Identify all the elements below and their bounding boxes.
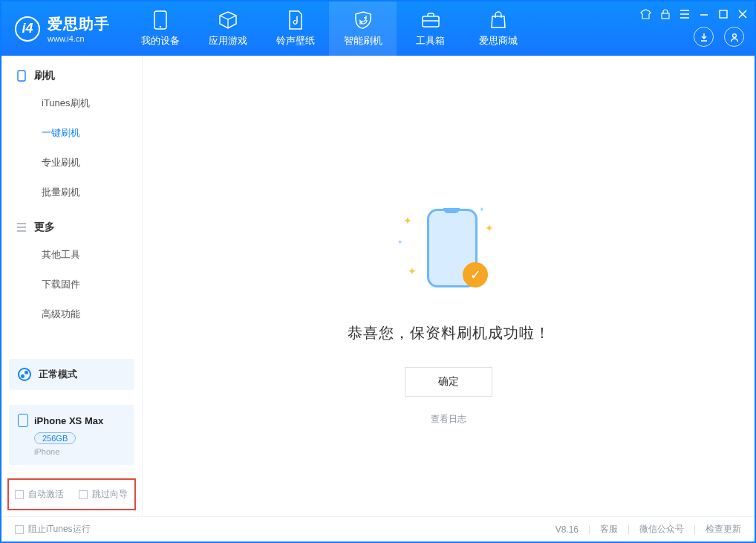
svg-rect-2 [423,16,439,27]
sparkle-icon: ✦ [403,215,412,227]
phone-icon [150,10,171,30]
sidebar-item-batch-flash[interactable]: 批量刷机 [1,178,142,207]
lock-icon[interactable] [659,7,671,20]
section-flash-header: 刷机 [1,56,142,88]
checkbox-icon [15,525,24,534]
menu-icon[interactable] [678,7,691,20]
music-file-icon [285,10,306,30]
checkbox-block-itunes[interactable]: 阻止iTunes运行 [15,523,91,536]
close-button[interactable] [736,7,749,20]
sparkle-icon: ✦ [485,222,494,234]
mode-icon [18,368,31,381]
brand-logo-icon: i4 [15,16,40,42]
sidebar: 刷机 iTunes刷机 一键刷机 专业刷机 批量刷机 更多 其他工具 下载固件 … [1,56,143,516]
brand-text: 爱思助手 www.i4.cn [48,14,110,43]
result-title: 恭喜您，保资料刷机成功啦！ [348,323,550,343]
user-account-button[interactable] [724,27,744,47]
divider [589,525,590,534]
version-label: V8.16 [555,524,579,535]
divider [694,525,695,534]
svg-rect-3 [662,13,669,19]
mode-label: 正常模式 [39,368,77,381]
tab-label: 爱思商城 [479,34,518,48]
svg-rect-4 [720,10,727,18]
sidebar-item-advanced[interactable]: 高级功能 [1,299,142,329]
sparkle-icon: ✦ [408,265,417,277]
refresh-shield-icon [353,10,374,30]
top-tabs: 我的设备 应用游戏 铃声壁纸 智能刷机 [126,1,532,56]
sidebar-item-onekey-flash[interactable]: 一键刷机 [1,118,142,148]
maximize-button[interactable] [717,7,729,20]
section-more-header: 更多 [1,207,142,240]
success-illustration: ✦ ✦ ✦ ✦ ✦ ✓ [393,204,504,293]
device-subtitle: iPhone [34,447,126,456]
sparkle-icon: ✦ [397,238,403,246]
download-button[interactable] [694,27,714,47]
support-link[interactable]: 客服 [600,523,618,536]
device-name: iPhone XS Max [34,415,103,426]
check-badge-icon: ✓ [463,262,488,287]
checkbox-auto-activate[interactable]: 自动激活 [15,488,64,501]
svg-rect-6 [18,71,25,81]
checkbox-label: 自动激活 [28,488,64,501]
toolbox-icon [420,10,441,30]
cube-icon [218,10,238,30]
brand-en: www.i4.cn [48,34,110,43]
titlebar-actions [694,27,744,47]
phone-icon [18,414,28,427]
tab-store[interactable]: 爱思商城 [464,1,532,56]
phone-small-icon [16,71,27,81]
list-small-icon [16,222,27,233]
sparkle-icon: ✦ [479,206,485,213]
window-controls [639,7,749,20]
ok-button[interactable]: 确定 [405,367,492,397]
checkbox-icon [15,490,24,499]
minimize-button[interactable] [697,7,710,20]
check-update-link[interactable]: 检查更新 [706,523,741,536]
section-title: 更多 [34,221,55,234]
app-brand: i4 爱思助手 www.i4.cn [1,14,126,43]
phone-notch [443,208,460,213]
bag-icon [488,10,509,30]
svg-point-1 [159,26,161,28]
checkbox-icon [79,490,88,499]
tab-my-device[interactable]: 我的设备 [126,1,194,56]
tab-label: 工具箱 [416,34,445,48]
tab-toolbox[interactable]: 工具箱 [397,1,464,56]
main-content: ✦ ✦ ✦ ✦ ✦ ✓ 恭喜您，保资料刷机成功啦！ 确定 查看日志 [143,56,755,516]
tab-label: 应用游戏 [209,34,247,48]
sidebar-item-pro-flash[interactable]: 专业刷机 [1,148,142,178]
section-title: 刷机 [34,69,55,82]
sidebar-item-itunes-flash[interactable]: iTunes刷机 [1,88,142,118]
tab-label: 铃声壁纸 [276,34,315,48]
titlebar: i4 爱思助手 www.i4.cn 我的设备 应用游戏 [1,1,755,56]
tab-label: 智能刷机 [344,34,382,48]
checkbox-skip-guide[interactable]: 跳过向导 [79,488,128,501]
capacity-badge: 256GB [34,432,76,444]
sidebar-item-other-tools[interactable]: 其他工具 [1,240,142,270]
checkbox-label: 阻止iTunes运行 [28,523,91,536]
tab-ringtones[interactable]: 铃声壁纸 [261,1,329,56]
shirt-icon[interactable] [639,7,652,20]
brand-cn: 爱思助手 [48,14,110,34]
view-log-link[interactable]: 查看日志 [431,413,466,426]
wechat-link[interactable]: 微信公众号 [639,523,684,536]
tab-apps-games[interactable]: 应用游戏 [194,1,261,56]
status-bar: 阻止iTunes运行 V8.16 客服 微信公众号 检查更新 [1,516,755,542]
device-mode-card[interactable]: 正常模式 [9,359,134,390]
tab-smart-flash[interactable]: 智能刷机 [329,1,397,56]
tab-label: 我的设备 [141,34,180,48]
divider [628,525,629,534]
svg-point-5 [732,33,736,37]
bottom-options-highlight: 自动激活 跳过向导 [7,478,136,510]
checkbox-label: 跳过向导 [92,488,128,501]
device-card[interactable]: iPhone XS Max 256GB iPhone [9,405,134,465]
sidebar-item-download-firmware[interactable]: 下载固件 [1,270,142,299]
